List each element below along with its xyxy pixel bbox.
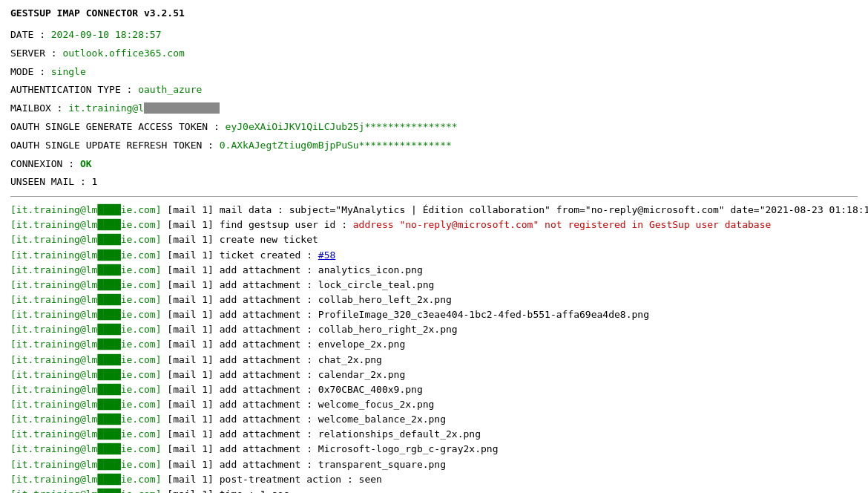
log-prefix: [it.training@lm████ie.com] xyxy=(10,474,162,485)
log-mid: [mail 1] xyxy=(162,339,214,350)
mailbox-prefix: it.training@l xyxy=(68,102,144,114)
log-prefix: [it.training@lm████ie.com] xyxy=(10,443,162,454)
log-mid: [mail 1] xyxy=(162,443,214,454)
log-prefix: [it.training@lm████ie.com] xyxy=(10,384,162,395)
log-error-text: address "no-reply@microsoft.com" not reg… xyxy=(353,219,772,230)
info-oauth-gen: OAUTH SINGLE GENERATE ACCESS TOKEN : eyJ… xyxy=(10,120,858,135)
log-line: [it.training@lm████ie.com] [mail 1] post… xyxy=(10,472,858,487)
oauth-gen-value: eyJ0eXAiOiJKV1QiLCJub25j xyxy=(226,121,365,132)
date-label: DATE xyxy=(10,29,33,40)
mailbox-redacted: mxxxxirie.com xyxy=(144,102,220,114)
date-value: 2024-09-10 18:28:57 xyxy=(51,29,162,40)
divider-top xyxy=(10,196,858,197)
info-mode: MODE : single xyxy=(10,65,858,80)
info-connexion: CONNEXION : OK xyxy=(10,157,858,172)
oauth-upd-stars: **************** xyxy=(359,140,452,151)
log-text: post-treatment action : seen xyxy=(214,474,382,485)
log-ticket-link[interactable]: #58 xyxy=(318,249,335,261)
log-text: ticket created : xyxy=(214,249,318,261)
log-mid: [mail 1] xyxy=(162,219,214,230)
log-line: [it.training@lm████ie.com] [mail 1] crea… xyxy=(10,232,858,247)
log-prefix: [it.training@lm████ie.com] xyxy=(10,309,162,320)
oauth-upd-label: OAUTH SINGLE UPDATE REFRESH TOKEN xyxy=(10,140,202,151)
log-prefix: [it.training@lm████ie.com] xyxy=(10,354,162,365)
oauth-gen-stars: **************** xyxy=(364,121,457,132)
log-text: add attachment : lock_circle_teal.png xyxy=(214,279,434,290)
log-prefix: [it.training@lm████ie.com] xyxy=(10,294,162,305)
log-line: [it.training@lm████ie.com] [mail 1] add … xyxy=(10,263,858,278)
log-line: [it.training@lm████ie.com] [mail 1] add … xyxy=(10,293,858,307)
auth-value: oauth_azure xyxy=(138,84,202,95)
info-mailbox: MAILBOX : it.training@lmxxxxirie.com xyxy=(10,101,858,117)
unseen-label: UNSEEN MAIL xyxy=(10,176,74,187)
log-line: [it.training@lm████ie.com] [mail 1] find… xyxy=(10,218,858,232)
log-mid: [mail 1] xyxy=(162,234,214,245)
log-mid: [mail 1] xyxy=(162,204,214,215)
log-text: create new ticket xyxy=(214,234,318,245)
log-line: [it.training@lm████ie.com] [mail 1] add … xyxy=(10,397,858,412)
server-value: outlook.office365.com xyxy=(62,48,184,59)
log-prefix: [it.training@lm████ie.com] xyxy=(10,324,162,335)
page-title: GESTSUP IMAP CONNECTOR v3.2.51 xyxy=(10,7,858,19)
log-prefix: [it.training@lm████ie.com] xyxy=(10,428,162,440)
log-prefix: [it.training@lm████ie.com] xyxy=(10,489,162,493)
log-mid: [mail 1] xyxy=(162,384,214,395)
server-label: SERVER xyxy=(10,48,45,59)
log-block: [it.training@lm████ie.com] [mail 1] mail… xyxy=(10,203,858,493)
log-mid: [mail 1] xyxy=(162,399,214,410)
log-mid: [mail 1] xyxy=(162,264,214,275)
log-line: [it.training@lm████ie.com] [mail 1] add … xyxy=(10,368,858,382)
mailbox-label: MAILBOX xyxy=(10,102,51,114)
log-line: [it.training@lm████ie.com] [mail 1] add … xyxy=(10,382,858,397)
unseen-value: 1 xyxy=(92,176,98,187)
log-line: [it.training@lm████ie.com] [mail 1] add … xyxy=(10,337,858,352)
log-mid: [mail 1] xyxy=(162,459,214,470)
log-mid: [mail 1] xyxy=(162,369,214,380)
log-text: find gestsup user id : xyxy=(214,219,353,230)
log-line: [it.training@lm████ie.com] [mail 1] tick… xyxy=(10,248,858,263)
log-text: add attachment : Microsoft-logo_rgb_c-gr… xyxy=(214,443,499,454)
info-date: DATE : 2024-09-10 18:28:57 xyxy=(10,27,858,43)
log-text: add attachment : calendar_2x.png xyxy=(214,369,405,380)
log-mid: [mail 1] xyxy=(162,428,214,440)
log-prefix: [it.training@lm████ie.com] xyxy=(10,219,162,230)
log-mid: [mail 1] xyxy=(162,324,214,335)
log-text: time : 1 sec. xyxy=(214,489,295,493)
log-mid: [mail 1] xyxy=(162,309,214,320)
oauth-gen-label: OAUTH SINGLE GENERATE ACCESS TOKEN xyxy=(10,121,208,132)
log-text: add attachment : 0x70CBAC_400x9.png xyxy=(214,384,423,395)
log-mid: [mail 1] xyxy=(162,294,214,305)
mode-value: single xyxy=(51,66,86,77)
log-line: [it.training@lm████ie.com] [mail 1] add … xyxy=(10,353,858,368)
log-text: add attachment : transparent_square.png xyxy=(214,459,446,470)
log-line: [it.training@lm████ie.com] [mail 1] add … xyxy=(10,412,858,427)
log-prefix: [it.training@lm████ie.com] xyxy=(10,339,162,350)
log-prefix: [it.training@lm████ie.com] xyxy=(10,459,162,470)
log-line: [it.training@lm████ie.com] [mail 1] add … xyxy=(10,457,858,472)
log-mid: [mail 1] xyxy=(162,489,214,493)
log-line: [it.training@lm████ie.com] [mail 1] add … xyxy=(10,307,858,322)
log-text: add attachment : ProfileImage_320_c3eae4… xyxy=(214,309,649,320)
log-text: add attachment : collab_hero_left_2x.png xyxy=(214,294,452,305)
log-text: add attachment : analytics_icon.png xyxy=(214,264,423,275)
info-oauth-upd: OAUTH SINGLE UPDATE REFRESH TOKEN : 0.AX… xyxy=(10,138,858,154)
log-line: [it.training@lm████ie.com] [mail 1] add … xyxy=(10,322,858,337)
log-text: add attachment : welcome_focus_2x.png xyxy=(214,399,434,410)
log-line: [it.training@lm████ie.com] [mail 1] add … xyxy=(10,427,858,442)
connexion-value: OK xyxy=(80,158,92,169)
log-mid: [mail 1] xyxy=(162,249,214,261)
info-unseen: UNSEEN MAIL : 1 xyxy=(10,174,858,190)
log-line: [it.training@lm████ie.com] [mail 1] add … xyxy=(10,278,858,293)
log-prefix: [it.training@lm████ie.com] xyxy=(10,264,162,275)
log-prefix: [it.training@lm████ie.com] xyxy=(10,399,162,410)
log-line: [it.training@lm████ie.com] [mail 1] add … xyxy=(10,442,858,457)
log-mid: [mail 1] xyxy=(162,414,214,425)
connexion-label: CONNEXION xyxy=(10,158,62,169)
log-text: add attachment : relationships_default_2… xyxy=(214,428,481,440)
log-text: add attachment : collab_hero_right_2x.pn… xyxy=(214,324,458,335)
info-auth: AUTHENTICATION TYPE : oauth_azure xyxy=(10,82,858,98)
log-mid: [mail 1] xyxy=(162,474,214,485)
log-prefix: [it.training@lm████ie.com] xyxy=(10,249,162,261)
log-line: [it.training@lm████ie.com] [mail 1] mail… xyxy=(10,203,858,218)
log-text: mail data : subject="MyAnalytics | Éditi… xyxy=(214,204,868,215)
